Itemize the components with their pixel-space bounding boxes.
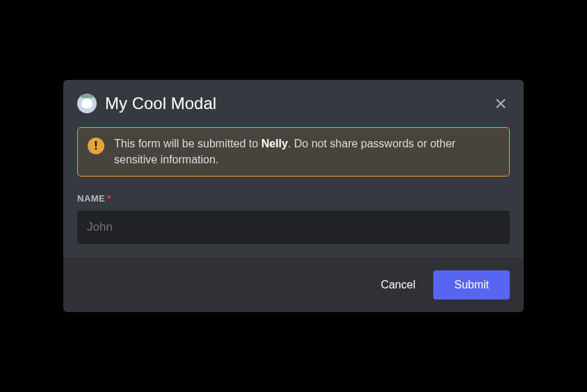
required-marker: * bbox=[107, 193, 111, 204]
warning-banner: ! This form will be submitted to Nelly. … bbox=[77, 127, 510, 177]
submit-button[interactable]: Submit bbox=[433, 270, 510, 300]
modal-body: ! This form will be submitted to Nelly. … bbox=[63, 122, 524, 258]
name-field-label: Name* bbox=[77, 193, 510, 204]
modal-dialog: My Cool Modal ! This form will be submit… bbox=[63, 80, 524, 312]
modal-title: My Cool Modal bbox=[105, 94, 492, 113]
cancel-button[interactable]: Cancel bbox=[375, 272, 421, 298]
modal-footer: Cancel Submit bbox=[63, 258, 524, 312]
warning-text: This form will be submitted to Nelly. Do… bbox=[114, 136, 499, 168]
modal-header: My Cool Modal bbox=[63, 80, 524, 122]
warning-icon: ! bbox=[88, 138, 104, 154]
name-input[interactable] bbox=[77, 211, 510, 244]
close-icon bbox=[494, 97, 508, 111]
app-avatar-icon bbox=[77, 94, 97, 113]
close-button[interactable] bbox=[492, 95, 510, 113]
